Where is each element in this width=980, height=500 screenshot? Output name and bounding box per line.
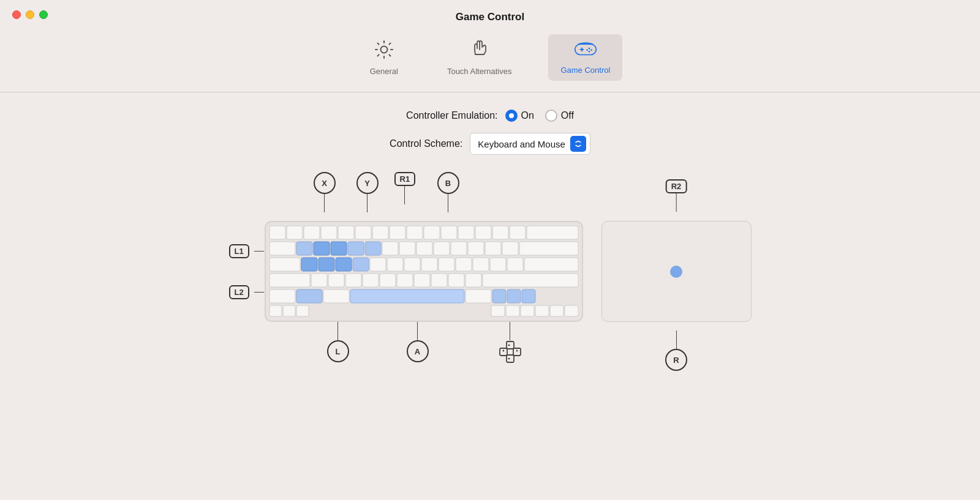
- svg-rect-1: [575, 44, 597, 54]
- svg-rect-33: [417, 242, 432, 255]
- svg-rect-44: [353, 258, 369, 271]
- tab-general[interactable]: General: [358, 34, 410, 81]
- svg-rect-10: [287, 226, 303, 239]
- radio-on-label: On: [521, 110, 534, 121]
- close-button[interactable]: [12, 10, 21, 19]
- svg-rect-72: [466, 289, 491, 303]
- svg-rect-77: [283, 305, 295, 316]
- svg-rect-21: [475, 226, 491, 239]
- radio-off-circle[interactable]: [545, 110, 557, 122]
- svg-rect-27: [314, 242, 330, 255]
- svg-rect-11: [304, 226, 320, 239]
- svg-rect-19: [441, 226, 457, 239]
- toolbar: General Touch Alternatives Game Control: [348, 29, 633, 86]
- svg-rect-16: [390, 226, 405, 239]
- radio-on[interactable]: On: [505, 110, 534, 122]
- svg-rect-20: [458, 226, 474, 239]
- hand-icon: [469, 39, 490, 63]
- minimize-button[interactable]: [26, 10, 34, 19]
- svg-rect-24: [527, 226, 578, 239]
- svg-point-7: [589, 51, 590, 53]
- dropdown-value: Keyboard and Mouse: [478, 139, 565, 149]
- svg-rect-45: [370, 258, 386, 271]
- keyboard-diagram: [265, 221, 583, 322]
- svg-rect-73: [492, 289, 506, 303]
- svg-rect-74: [507, 289, 521, 303]
- svg-rect-84: [565, 305, 578, 316]
- title-bar: Game Control: [0, 0, 980, 29]
- svg-rect-62: [414, 274, 430, 287]
- tab-game-control[interactable]: Game Control: [548, 34, 622, 81]
- svg-rect-63: [431, 274, 447, 287]
- svg-rect-87: [500, 348, 507, 356]
- svg-rect-26: [296, 242, 312, 255]
- svg-rect-86: [507, 355, 514, 362]
- gamepad-icon: [574, 39, 597, 62]
- svg-rect-52: [490, 258, 506, 271]
- svg-rect-46: [387, 258, 403, 271]
- content-area: Controller Emulation: On Off Control Sch…: [0, 110, 980, 377]
- controller-emulation-row: Controller Emulation: On Off: [406, 110, 574, 122]
- r-stick-label: R: [665, 349, 687, 371]
- svg-rect-88: [513, 348, 521, 356]
- svg-point-4: [589, 48, 590, 50]
- svg-rect-23: [510, 226, 526, 239]
- svg-rect-65: [466, 274, 481, 287]
- gear-icon: [374, 39, 394, 63]
- tab-touch-alternatives-label: Touch Alternatives: [447, 67, 512, 76]
- svg-rect-22: [492, 226, 508, 239]
- svg-rect-18: [424, 226, 440, 239]
- r1-button-label: R1: [394, 172, 416, 186]
- svg-rect-31: [382, 242, 398, 255]
- svg-rect-38: [502, 242, 518, 255]
- radio-on-circle[interactable]: [505, 110, 518, 122]
- radio-off[interactable]: Off: [545, 110, 574, 122]
- svg-rect-80: [506, 305, 519, 316]
- r2-button-label: R2: [666, 179, 687, 193]
- svg-rect-29: [348, 242, 364, 255]
- svg-rect-61: [397, 274, 413, 287]
- svg-rect-42: [318, 258, 334, 271]
- svg-rect-81: [521, 305, 534, 316]
- svg-rect-25: [270, 242, 295, 255]
- a-button-label: A: [407, 340, 429, 362]
- toolbar-divider: [0, 92, 980, 92]
- control-scheme-row: Control Scheme: Keyboard and Mouse: [390, 133, 590, 155]
- svg-point-0: [380, 47, 387, 53]
- maximize-button[interactable]: [39, 10, 48, 19]
- window-title: Game Control: [456, 11, 524, 23]
- control-scheme-label: Control Scheme:: [390, 138, 462, 149]
- svg-rect-83: [550, 305, 564, 316]
- svg-rect-34: [434, 242, 450, 255]
- svg-rect-56: [311, 274, 327, 287]
- svg-point-5: [590, 49, 592, 51]
- svg-rect-49: [439, 258, 454, 271]
- svg-rect-9: [270, 226, 285, 239]
- svg-rect-71: [350, 289, 464, 303]
- y-button-label: Y: [356, 172, 379, 194]
- svg-point-6: [586, 49, 588, 51]
- svg-rect-36: [468, 242, 484, 255]
- l1-button-label: L1: [229, 244, 249, 258]
- svg-rect-50: [456, 258, 472, 271]
- svg-rect-58: [345, 274, 361, 287]
- svg-rect-59: [363, 274, 379, 287]
- svg-rect-78: [296, 305, 309, 316]
- controller-emulation-label: Controller Emulation:: [406, 110, 497, 121]
- svg-rect-75: [522, 289, 535, 303]
- svg-rect-51: [473, 258, 489, 271]
- control-scheme-dropdown[interactable]: Keyboard and Mouse: [470, 133, 590, 155]
- svg-rect-40: [270, 258, 300, 271]
- svg-rect-14: [355, 226, 371, 239]
- b-button-label: B: [437, 172, 459, 194]
- svg-rect-32: [399, 242, 415, 255]
- tab-general-label: General: [370, 67, 398, 76]
- svg-rect-55: [270, 274, 310, 287]
- svg-rect-60: [380, 274, 396, 287]
- tab-touch-alternatives[interactable]: Touch Alternatives: [435, 34, 524, 81]
- svg-rect-30: [365, 242, 381, 255]
- svg-rect-57: [328, 274, 344, 287]
- svg-rect-43: [336, 258, 352, 271]
- svg-rect-67: [270, 289, 295, 303]
- svg-rect-17: [407, 226, 423, 239]
